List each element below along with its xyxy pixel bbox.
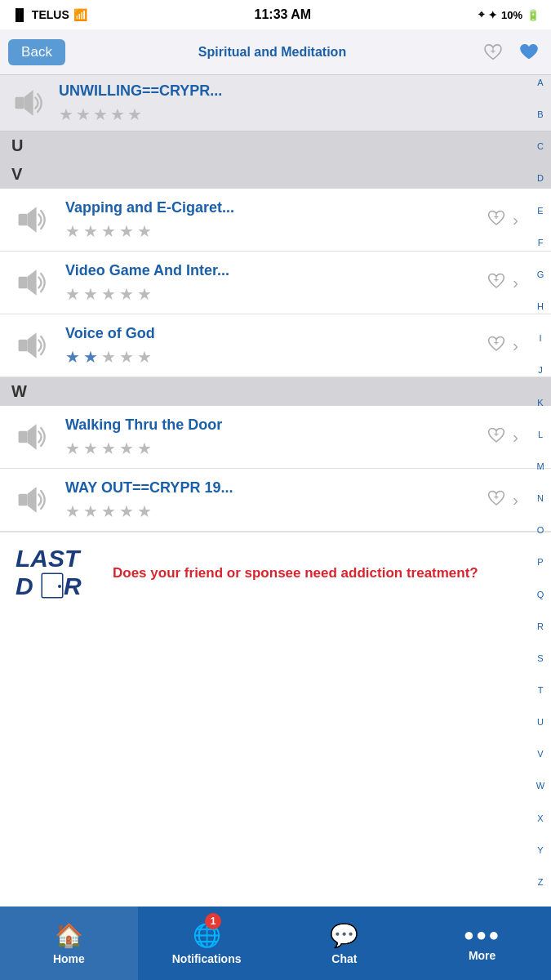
alphabet-sidebar: A B C D E F G H I J K L M N O P Q R S T … (530, 75, 551, 890)
list-item[interactable]: Voice of God ★ ★ ★ ★ ★ + › (0, 314, 551, 377)
add-to-favorites-button[interactable]: + (485, 487, 508, 513)
alpha-W[interactable]: W (536, 782, 544, 791)
item-stars: ★ ★ ★ ★ ★ (65, 501, 473, 521)
nav-chat[interactable]: 💬 Chat (276, 906, 414, 980)
alpha-X[interactable]: X (537, 814, 543, 823)
item-content: Voice of God ★ ★ ★ ★ ★ (65, 325, 473, 367)
alpha-E[interactable]: E (537, 207, 543, 216)
star-1: ★ (59, 105, 73, 124)
item-content: Video Game And Inter... ★ ★ ★ ★ ★ (65, 262, 473, 304)
star-4: ★ (119, 501, 134, 521)
alpha-H[interactable]: H (537, 302, 544, 311)
star-4: ★ (119, 347, 134, 367)
alpha-G[interactable]: G (537, 270, 544, 279)
star-5: ★ (137, 347, 152, 367)
star-3: ★ (101, 284, 116, 304)
alpha-J[interactable]: J (538, 366, 543, 375)
status-right: ⌖ ✦ 10% 🔋 (478, 8, 540, 21)
star-4: ★ (119, 221, 134, 241)
top-header: Back Spiritual and Meditation + (0, 29, 551, 75)
item-actions: + › (485, 270, 518, 296)
chevron-right-icon: › (513, 274, 518, 292)
alpha-R[interactable]: R (537, 622, 544, 631)
content-area: U V Vapping and E-Cigaret... ★ ★ ★ ★ ★ (0, 131, 551, 696)
alpha-T[interactable]: T (538, 686, 544, 695)
carrier-signal: ▐▌ TELUS 📶 (11, 8, 87, 21)
alpha-U[interactable]: U (537, 718, 544, 727)
alpha-M[interactable]: M (536, 462, 544, 471)
svg-text:LAST: LAST (16, 545, 82, 572)
filled-heart-icon (517, 40, 541, 65)
add-to-favorites-button[interactable]: + (485, 270, 508, 296)
star-2: ★ (83, 221, 98, 241)
alpha-F[interactable]: F (538, 238, 544, 247)
nav-home[interactable]: 🏠 Home (0, 906, 138, 980)
star-2: ★ (83, 501, 98, 521)
alpha-Y[interactable]: Y (537, 846, 543, 855)
nav-more[interactable]: ●●● More (413, 906, 551, 980)
star-4: ★ (110, 105, 125, 124)
advertisement-banner[interactable]: LAST D R Does your friend or sponsee nee… (0, 532, 551, 614)
unwilling-stars: ★ ★ ★ ★ ★ (59, 105, 543, 124)
star-2: ★ (83, 439, 98, 458)
list-item[interactable]: Video Game And Inter... ★ ★ ★ ★ ★ + › (0, 252, 551, 314)
add-to-favorites-button[interactable]: + (485, 424, 508, 450)
section-header-W: W (0, 377, 551, 406)
nav-notifications[interactable]: 🌐 1 Notifications (138, 906, 276, 980)
item-stars: ★ ★ ★ ★ ★ (65, 221, 473, 241)
alpha-A[interactable]: A (537, 78, 543, 87)
alpha-I[interactable]: I (539, 334, 541, 343)
speaker-icon (11, 261, 54, 304)
star-3: ★ (93, 105, 108, 124)
item-stars: ★ ★ ★ ★ ★ (65, 284, 473, 304)
speaker-icon (11, 198, 54, 241)
alpha-N[interactable]: N (537, 494, 544, 503)
svg-rect-8 (19, 431, 28, 443)
svg-point-16 (58, 585, 61, 588)
bluetooth-icon: ✦ (488, 9, 497, 21)
svg-text:R: R (64, 572, 82, 599)
add-to-favorites-button[interactable]: + (485, 207, 508, 233)
alpha-K[interactable]: K (537, 399, 543, 408)
favorite-heart-button[interactable] (515, 38, 543, 66)
back-button[interactable]: Back (8, 39, 65, 65)
star-1: ★ (65, 501, 80, 521)
add-heart-button[interactable]: + (479, 38, 507, 66)
alpha-Q[interactable]: Q (537, 590, 544, 599)
add-to-favorites-button[interactable]: + (485, 332, 508, 359)
svg-rect-10 (19, 494, 28, 506)
alpha-S[interactable]: S (537, 654, 543, 663)
star-1: ★ (65, 284, 80, 304)
alpha-O[interactable]: O (537, 526, 544, 535)
alpha-V[interactable]: V (537, 750, 543, 759)
svg-text:+: + (491, 45, 495, 55)
clock: 11:33 AM (255, 7, 312, 22)
item-stars: ★ ★ ★ ★ ★ (65, 347, 473, 367)
star-3: ★ (101, 501, 116, 521)
star-1: ★ (65, 347, 80, 367)
list-item[interactable]: WAY OUT==CRYPR 19... ★ ★ ★ ★ ★ + › (0, 469, 551, 532)
home-icon: 🏠 (55, 922, 83, 949)
svg-text:D: D (16, 572, 33, 599)
header-title: Spiritual and Meditation (73, 45, 471, 60)
star-1: ★ (65, 439, 80, 458)
alpha-B[interactable]: B (537, 110, 543, 119)
alpha-P[interactable]: P (537, 558, 543, 567)
alpha-D[interactable]: D (537, 174, 544, 183)
alpha-L[interactable]: L (538, 430, 543, 439)
svg-text:+: + (494, 492, 499, 501)
nav-home-label: Home (53, 952, 85, 965)
star-5: ★ (127, 105, 142, 124)
list-item[interactable]: Vapping and E-Cigaret... ★ ★ ★ ★ ★ + › (0, 189, 551, 252)
battery-level: 10% (501, 9, 522, 21)
nav-chat-label: Chat (331, 952, 357, 965)
location-icon: ⌖ (478, 8, 484, 21)
item-actions: + › (485, 487, 518, 513)
signal-icon: ▐▌ (11, 8, 28, 21)
alpha-Z[interactable]: Z (538, 878, 544, 887)
speaker-icon (11, 416, 54, 458)
add-heart-icon: + (481, 40, 505, 65)
list-item[interactable]: Walking Thru the Door ★ ★ ★ ★ ★ + › (0, 406, 551, 469)
alpha-C[interactable]: C (537, 142, 544, 151)
item-content: WAY OUT==CRYPR 19... ★ ★ ★ ★ ★ (65, 479, 473, 521)
